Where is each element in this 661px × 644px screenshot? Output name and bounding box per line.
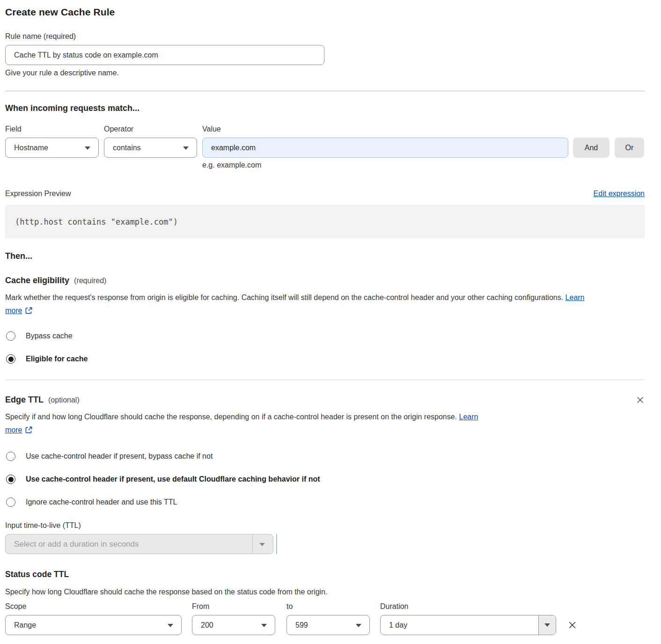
condition-row: Field Hostname Operator contains Value A… [5, 125, 661, 158]
status-code-ttl-description: Specify how long Cloudflare should cache… [5, 585, 661, 599]
duration-select[interactable]: 1 day [380, 615, 556, 635]
edge-ttl-header: Edge TTL (optional) [5, 395, 645, 405]
select-arrow-segment[interactable] [538, 615, 556, 635]
and-button[interactable]: And [573, 138, 610, 158]
expression-code: (http.host contains "example.com") [15, 217, 178, 227]
ttl-input-row: Select or add a duration in seconds [5, 534, 661, 554]
radio-icon[interactable] [6, 452, 15, 461]
field-select[interactable]: Hostname [5, 138, 99, 158]
scope-select-value: Range [14, 621, 36, 629]
radio-option-ignore-header-use-ttl[interactable]: Ignore cache-control header and use this… [6, 498, 661, 507]
value-input[interactable] [202, 138, 568, 158]
ttl-duration-placeholder: Select or add a duration in seconds [14, 540, 139, 549]
status-code-ttl-row: Scope Range From 200 to 599 Duration 1 d… [5, 602, 661, 635]
cache-eligibility-description-text: Mark whether the request's response from… [5, 293, 563, 301]
divider [5, 380, 645, 380]
chevron-down-icon [183, 146, 189, 150]
radio-label: Eligible for cache [26, 355, 88, 363]
radio-icon[interactable] [6, 475, 15, 484]
edge-ttl-options: Use cache-control header if present, byp… [5, 452, 661, 507]
radio-label: Use cache-control header if present, use… [26, 475, 320, 483]
text-caret [276, 534, 277, 554]
scope-label: Scope [5, 602, 182, 611]
expression-preview-code-block: (http.host contains "example.com") [5, 205, 645, 238]
radio-option-bypass-cache[interactable]: Bypass cache [6, 331, 661, 341]
chevron-down-icon [85, 146, 90, 150]
radio-icon[interactable] [6, 498, 15, 507]
radio-option-use-header-default[interactable]: Use cache-control header if present, use… [6, 475, 661, 484]
divider [5, 91, 645, 91]
field-select-value: Hostname [14, 144, 48, 152]
chevron-down-icon [544, 623, 550, 627]
cache-eligibility-qualifier: (required) [74, 277, 106, 285]
from-select-value: 200 [201, 621, 213, 629]
chevron-down-icon [168, 624, 173, 627]
select-arrow-segment[interactable] [252, 534, 273, 554]
operator-label: Operator [104, 125, 197, 133]
edge-ttl-close-button[interactable] [636, 395, 645, 404]
cache-eligibility-header: Cache eligibility (required) [5, 276, 645, 285]
external-link-icon [25, 306, 33, 319]
cache-eligibility-description: Mark whether the request's response from… [5, 291, 600, 319]
ttl-input-label: Input time-to-live (TTL) [5, 521, 661, 530]
edge-ttl-description: Specify if and how long Cloudflare shoul… [5, 410, 497, 438]
rule-name-helper: Give your rule a descriptive name. [5, 69, 661, 77]
cache-eligibility-options: Bypass cache Eligible for cache [5, 331, 661, 364]
operator-select-value: contains [113, 144, 141, 152]
value-label: Value [202, 125, 568, 133]
chevron-down-icon [261, 624, 267, 627]
duration-select-value: 1 day [389, 621, 407, 629]
from-select[interactable]: 200 [192, 615, 275, 635]
to-select[interactable]: 599 [286, 615, 370, 635]
ttl-duration-select[interactable]: Select or add a duration in seconds [5, 534, 273, 554]
remove-status-code-ttl-button[interactable] [567, 620, 577, 630]
status-code-ttl-heading: Status code TTL [5, 570, 661, 579]
radio-option-use-header-bypass[interactable]: Use cache-control header if present, byp… [6, 452, 661, 461]
radio-label: Ignore cache-control header and use this… [26, 498, 177, 506]
radio-icon[interactable] [6, 354, 15, 364]
edit-expression-link[interactable]: Edit expression [594, 190, 645, 198]
radio-icon[interactable] [6, 331, 15, 341]
scope-select[interactable]: Range [5, 615, 182, 635]
or-button[interactable]: Or [615, 138, 644, 158]
chevron-down-icon [259, 543, 265, 546]
cache-eligibility-heading: Cache eligibility [5, 276, 69, 285]
expression-preview-label: Expression Preview [5, 190, 71, 198]
expression-preview-header: Expression Preview Edit expression [5, 190, 645, 198]
rule-name-label: Rule name (required) [5, 32, 661, 41]
external-link-icon [25, 425, 33, 438]
to-select-value: 599 [295, 621, 308, 629]
rule-name-input[interactable] [5, 45, 324, 65]
chevron-down-icon [356, 624, 361, 627]
edge-ttl-qualifier: (optional) [48, 396, 80, 404]
radio-option-eligible-for-cache[interactable]: Eligible for cache [6, 354, 661, 364]
to-label: to [286, 602, 370, 611]
operator-select[interactable]: contains [104, 138, 197, 158]
edge-ttl-description-text: Specify if and how long Cloudflare shoul… [5, 413, 457, 421]
field-label: Field [5, 125, 99, 133]
radio-label: Bypass cache [26, 332, 73, 340]
value-helper: e.g. example.com [202, 161, 661, 169]
edge-ttl-heading: Edge TTL [5, 395, 44, 405]
page-title: Create new Cache Rule [5, 7, 661, 18]
from-label: From [192, 602, 275, 611]
match-section-heading: When incoming requests match... [5, 103, 661, 113]
then-heading: Then... [5, 251, 661, 261]
duration-label: Duration [380, 602, 556, 611]
create-cache-rule-page: Create new Cache Rule Rule name (require… [0, 0, 661, 635]
radio-label: Use cache-control header if present, byp… [26, 452, 213, 461]
